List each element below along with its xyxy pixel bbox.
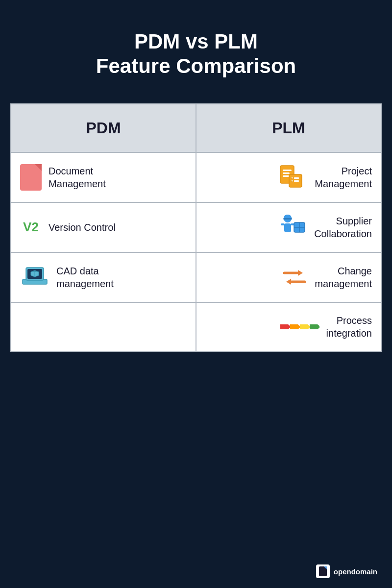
plm-feature-1: ProjectManagement	[315, 165, 372, 190]
svg-rect-1	[283, 170, 292, 171]
svg-rect-10	[283, 218, 292, 220]
pdm-feature-2: Version Control	[49, 221, 116, 234]
brand-footer: opendomain	[316, 564, 377, 578]
version-icon: V2	[20, 220, 42, 235]
table-row: V2 Version Control	[11, 202, 381, 252]
table-row: Processintegration	[11, 302, 381, 351]
comparison-table: PDM PLM DocumentManagement	[10, 103, 382, 352]
svg-rect-8	[294, 180, 299, 182]
plm-cell-1: ProjectManagement	[196, 152, 381, 202]
svg-marker-24	[290, 324, 301, 329]
svg-marker-23	[280, 324, 291, 329]
svg-rect-2	[283, 172, 290, 174]
page-title: PDM vs PLM Feature Comparison	[96, 29, 296, 79]
pdm-cell-2: V2 Version Control	[11, 202, 196, 252]
process-icon	[280, 321, 319, 332]
plm-feature-2: SupplierCollaboration	[314, 215, 372, 240]
plm-feature-3: Changemanagement	[315, 265, 372, 290]
header-plm: PLM	[196, 104, 381, 152]
plm-cell-3: Changemanagement	[196, 252, 381, 302]
pdm-feature-1: DocumentManagement	[49, 165, 106, 190]
svg-rect-6	[294, 177, 299, 179]
cad-icon	[20, 264, 49, 291]
plm-feature-4: Processintegration	[326, 314, 372, 340]
brand-icon-inner	[319, 566, 327, 576]
plm-cell-2: SupplierCollaboration	[196, 202, 381, 252]
brand-name: opendomain	[334, 567, 377, 576]
document-icon	[20, 164, 42, 191]
pdm-cell-1: DocumentManagement	[11, 152, 196, 202]
pdm-feature-3: CAD datamanagement	[56, 265, 114, 290]
table-row: CAD datamanagement Changemanagement	[11, 252, 381, 302]
table-row: DocumentManagement	[11, 152, 381, 202]
svg-rect-12	[281, 223, 285, 225]
table-header-row: PDM PLM	[11, 104, 381, 152]
pdm-cell-3: CAD datamanagement	[11, 252, 196, 302]
pdm-cell-4	[11, 302, 196, 351]
svg-marker-26	[310, 324, 319, 329]
header-pdm: PDM	[11, 104, 196, 152]
brand-icon	[316, 564, 330, 578]
supplier-icon	[278, 214, 307, 241]
svg-marker-25	[300, 324, 311, 329]
svg-rect-11	[284, 223, 291, 232]
plm-cell-4: Processintegration	[196, 302, 381, 351]
project-management-icon	[279, 164, 308, 191]
change-icon	[281, 266, 308, 289]
